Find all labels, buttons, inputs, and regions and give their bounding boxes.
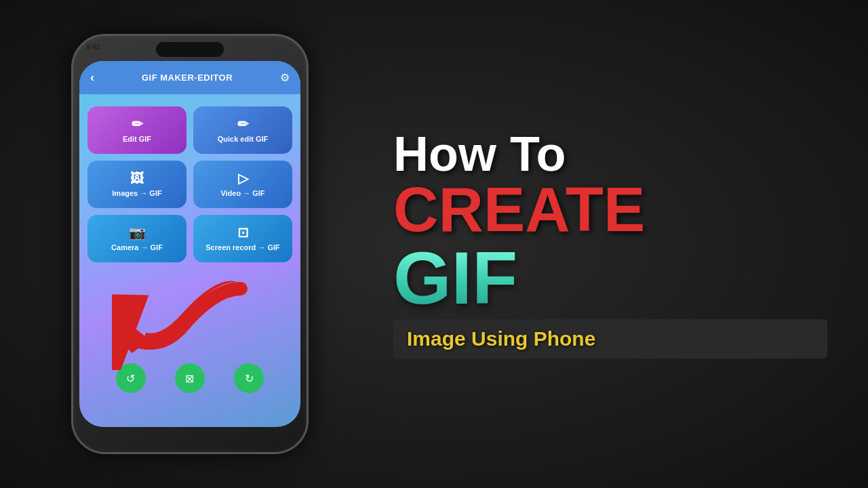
- btn-row-3: 📷 Camera → GIF ⊡ Screen record → GIF: [87, 215, 292, 262]
- gif-text: GIF: [393, 241, 827, 315]
- phone-section: 9:41 ▮▮▮ ▲ ▬ ‹ GIF MAKER-EDITOR ⚙: [0, 0, 380, 488]
- btn-row-2: 🖼 Images → GIF ▷ Video → GIF: [87, 161, 292, 208]
- subtitle-text: Image Using Phone: [407, 327, 595, 350]
- nav-image-icon: ↻: [245, 372, 254, 385]
- camera-gif-label: Camera → GIF: [111, 243, 163, 251]
- signal-icon: ▮▮▮: [269, 44, 277, 50]
- subtitle-box: Image Using Phone: [393, 319, 827, 359]
- edit-gif-label: Edit GIF: [123, 135, 151, 143]
- quick-edit-label: Quick edit GIF: [218, 135, 269, 143]
- nav-crop-button[interactable]: ⊠: [175, 363, 205, 393]
- text-section: How To CREATE GIF Image Using Phone: [380, 102, 868, 386]
- nav-image-button[interactable]: ↻: [234, 363, 264, 393]
- phone-screen: ‹ GIF MAKER-EDITOR ⚙ ✏ Edit GIF ✏: [79, 61, 300, 427]
- nav-history-button[interactable]: ↺: [116, 363, 146, 393]
- screen-record-icon: ⊡: [237, 226, 249, 239]
- nav-crop-icon: ⊠: [185, 372, 194, 385]
- settings-icon[interactable]: ⚙: [280, 71, 290, 84]
- video-icon: ▷: [238, 171, 248, 185]
- images-icon: 🖼: [130, 171, 144, 185]
- video-gif-label: Video → GIF: [220, 189, 264, 197]
- camera-icon: 📷: [129, 226, 146, 239]
- phone-wrapper: 9:41 ▮▮▮ ▲ ▬ ‹ GIF MAKER-EDITOR ⚙: [71, 34, 309, 454]
- bottom-nav: ↺ ⊠ ↻: [87, 363, 292, 393]
- app-title: GIF MAKER-EDITOR: [142, 73, 233, 83]
- wifi-icon: ▲: [279, 44, 285, 51]
- phone-notch: [156, 42, 224, 57]
- edit-gif-icon: ✏: [132, 117, 143, 131]
- quick-edit-gif-button[interactable]: ✏ Quick edit GIF: [193, 106, 292, 154]
- camera-gif-button[interactable]: 📷 Camera → GIF: [87, 215, 186, 262]
- nav-history-icon: ↺: [126, 372, 135, 385]
- battery-icon: ▬: [288, 44, 294, 51]
- create-text: CREATE: [393, 178, 827, 241]
- images-gif-label: Images → GIF: [112, 189, 161, 197]
- edit-gif-button[interactable]: ✏ Edit GIF: [87, 106, 186, 154]
- screen-record-button[interactable]: ⊡ Screen record → GIF: [193, 215, 292, 262]
- status-time: 9:41: [86, 43, 100, 51]
- how-to-text: How To: [393, 129, 827, 178]
- video-gif-button[interactable]: ▷ Video → GIF: [193, 161, 292, 208]
- quick-edit-icon: ✏: [237, 117, 249, 131]
- status-icons: ▮▮▮ ▲ ▬: [269, 44, 294, 51]
- scene: 9:41 ▮▮▮ ▲ ▬ ‹ GIF MAKER-EDITOR ⚙: [0, 0, 868, 488]
- back-button[interactable]: ‹: [90, 70, 94, 85]
- images-gif-button[interactable]: 🖼 Images → GIF: [87, 161, 186, 208]
- btn-row-1: ✏ Edit GIF ✏ Quick edit GIF: [87, 106, 292, 154]
- app-header: ‹ GIF MAKER-EDITOR ⚙: [79, 61, 300, 94]
- app-content: ✏ Edit GIF ✏ Quick edit GIF 🖼 Images → G…: [79, 94, 300, 269]
- screen-record-label: Screen record → GIF: [205, 243, 279, 251]
